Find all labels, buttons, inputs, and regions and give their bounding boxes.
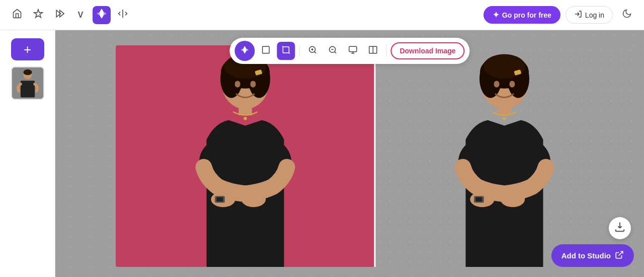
rectangle-tool-button[interactable] [257,42,275,60]
panel-left [116,45,375,267]
add-to-studio-label: Add to Studio [561,251,611,260]
svg-rect-34 [475,197,482,201]
zoom-in-icon [308,45,317,56]
person-original [116,45,375,267]
forward-icon [54,9,64,21]
login-icon [574,10,582,20]
split-container [116,45,634,267]
header-left-icons: V [8,6,132,24]
add-to-studio-icon [615,250,624,261]
layers-button[interactable] [344,42,362,60]
add-to-studio-button[interactable]: Add to Studio [551,244,634,267]
svg-rect-20 [216,197,223,201]
compare-header-icon [118,9,128,21]
sidebar: + [0,30,55,277]
thumbnail-item[interactable] [11,66,44,100]
go-pro-button[interactable]: ✦ Go pro for free [484,6,560,24]
dark-mode-button[interactable] [618,6,636,24]
header: V ✦ Go pro for free [0,0,644,30]
thumbnail-image [12,67,43,99]
home-button[interactable] [8,6,26,24]
toolbar-separator-1 [299,45,299,57]
split-view-button[interactable] [364,42,382,60]
download-circle-icon [614,222,625,235]
toolbar-separator-2 [386,45,386,57]
svg-point-35 [503,117,506,120]
magic-tool-icon [240,45,249,56]
svg-rect-37 [283,47,289,53]
panel-right [375,45,634,267]
svg-line-52 [619,251,623,255]
person-removed-bg [375,45,634,267]
svg-point-13 [235,81,240,87]
svg-point-27 [494,81,500,87]
svg-line-39 [289,53,290,54]
sparkle-button[interactable] [29,6,47,24]
svg-point-14 [250,81,256,87]
svg-point-28 [509,81,515,87]
download-image-label: Download Image [399,47,455,55]
moon-icon [622,9,632,21]
svg-line-38 [282,46,283,47]
zoom-out-button[interactable] [324,42,342,60]
toolbar: Download Image [229,38,469,64]
header-right: ✦ Go pro for free Log in [484,6,636,24]
svg-rect-36 [263,46,270,53]
thumbnail-svg [12,66,43,100]
sparkle-icon [33,9,43,21]
forward-button[interactable] [50,6,68,24]
zoom-out-icon [328,45,337,56]
main-layout: + [0,30,644,277]
v-button[interactable]: V [71,6,90,24]
svg-rect-16 [238,105,252,115]
split-divider [374,45,376,267]
compare-header-button[interactable] [114,6,132,24]
home-icon [12,9,22,21]
split-view-icon [368,45,377,56]
brand-button[interactable] [93,6,111,24]
svg-point-26 [484,54,526,79]
svg-point-21 [244,117,247,120]
svg-rect-30 [498,105,511,115]
zoom-in-button[interactable] [303,42,321,60]
crop-tool-button[interactable] [277,42,295,60]
svg-point-32 [501,191,525,207]
brand-icon [96,8,107,22]
svg-line-45 [335,51,336,53]
svg-point-7 [23,70,32,75]
svg-point-18 [242,191,266,207]
svg-line-41 [314,51,316,53]
svg-rect-6 [20,81,34,97]
crop-icon [281,45,290,56]
go-pro-label: Go pro for free [502,11,551,19]
canvas-area: Download Image Add to Studio [55,30,644,277]
rectangle-icon [261,45,270,56]
magic-tool-button[interactable] [234,41,255,61]
login-button[interactable]: Log in [566,6,613,24]
svg-rect-47 [349,46,357,52]
layers-icon [348,45,357,56]
download-image-button[interactable]: Download Image [390,42,464,59]
add-icon: + [24,42,31,57]
go-pro-sparkle-icon: ✦ [493,10,499,20]
download-icon-button[interactable] [609,217,631,239]
login-label: Log in [585,11,604,19]
v-icon: V [78,11,84,20]
add-button[interactable]: + [11,38,44,60]
